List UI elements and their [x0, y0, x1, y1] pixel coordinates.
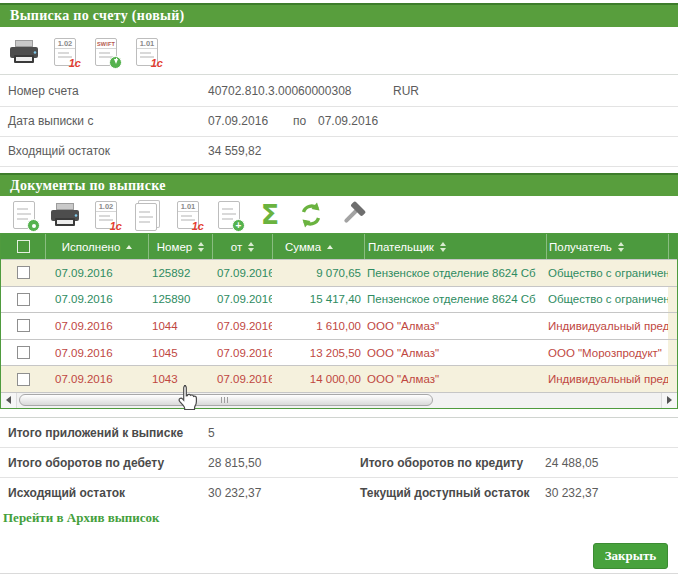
- cell-payer: Пензенское отделение 8624 Сб: [364, 287, 546, 313]
- attachments-total-value: 5: [208, 426, 215, 440]
- refresh-icon: [297, 201, 325, 229]
- download-arrow-icon: [109, 56, 122, 69]
- cell-amount: 1 610,00: [272, 313, 364, 339]
- copy-documents-icon: [135, 203, 157, 231]
- table-row[interactable]: 07.09.2016 1044 07.09.2016 1 610,00 ООО …: [1, 312, 677, 339]
- closing-balance-value: 30 232,37: [208, 486, 261, 500]
- available-balance-label: Текущий доступный остаток: [360, 486, 530, 500]
- column-header-recipient[interactable]: Получатель: [546, 234, 668, 259]
- row-checkbox[interactable]: [17, 319, 30, 332]
- credit-turnover-label: Итого оборотов по кредиту: [360, 456, 523, 470]
- right-arrow-icon: [667, 396, 672, 404]
- row-checkbox[interactable]: [17, 373, 30, 386]
- cell-recipient: Общество с ограниченной: [546, 287, 668, 313]
- doc-1c-tag: 1c: [151, 57, 163, 69]
- column-header-amount[interactable]: Сумма: [272, 234, 364, 259]
- export-1c-102-button[interactable]: 1.02 1c: [50, 36, 80, 68]
- statement-toolbar: 1.02 1c SWIFT 1.01 1c: [0, 29, 678, 75]
- table-row[interactable]: 07.09.2016 1045 07.09.2016 13 205,50 ООО…: [1, 339, 677, 366]
- debit-turnover-value: 28 815,50: [208, 456, 261, 470]
- cell-date: 07.09.2016: [212, 260, 272, 286]
- date-to-label: по: [293, 114, 306, 128]
- export-swift-button[interactable]: SWIFT: [91, 36, 121, 68]
- cell-number: 1045: [148, 340, 212, 366]
- attachments-total-row: Итого приложений к выписке 5: [0, 418, 678, 448]
- table-row[interactable]: 07.09.2016 125892 07.09.2016 9 070,65 Пе…: [1, 259, 677, 286]
- scroll-left-button[interactable]: [1, 393, 17, 408]
- panel-title-documents: Документы по выписке: [0, 173, 678, 196]
- print-documents-button[interactable]: [50, 199, 80, 231]
- horizontal-scrollbar[interactable]: [1, 392, 677, 408]
- export-1c-101-button[interactable]: 1.01 1c: [132, 36, 162, 68]
- row-checkbox[interactable]: [17, 346, 30, 359]
- document-1c-102-icon: 1.02 1c: [95, 201, 117, 229]
- print-button[interactable]: [9, 36, 39, 68]
- close-button[interactable]: Закрыть: [593, 543, 668, 569]
- row-checkbox[interactable]: [17, 266, 30, 279]
- table-row[interactable]: 07.09.2016 125890 07.09.2016 15 417,40 П…: [1, 286, 677, 313]
- opening-balance-row: Входящий остаток 34 559,82: [0, 137, 678, 167]
- scrollbar-thumb[interactable]: [19, 394, 433, 406]
- cell-recipient: Индивидуальный предпри: [546, 366, 668, 392]
- doc-1c-tag: 1c: [69, 57, 81, 69]
- add-document-button[interactable]: +: [214, 199, 244, 231]
- add-document-icon: +: [218, 201, 240, 229]
- archive-link[interactable]: Перейти в Архив выписок: [3, 510, 160, 526]
- cell-executed: 07.09.2016: [45, 366, 148, 392]
- select-all-checkbox[interactable]: [17, 240, 30, 253]
- export-1c-101-button[interactable]: 1.01 1c: [173, 199, 203, 231]
- cell-executed: 07.09.2016: [45, 340, 148, 366]
- eye-icon: [27, 219, 40, 232]
- sort-both-icon: [248, 242, 254, 252]
- column-header-payer[interactable]: Плательщик: [364, 234, 546, 259]
- column-header-number[interactable]: Номер: [148, 234, 212, 259]
- cell-date: 07.09.2016: [212, 340, 272, 366]
- tools-button[interactable]: [337, 199, 367, 231]
- cell-recipient: Общество с ограниченной: [546, 260, 668, 286]
- view-document-button[interactable]: [9, 199, 39, 231]
- column-header-executed[interactable]: Исполнено: [45, 234, 148, 259]
- bottom-divider: [0, 573, 678, 574]
- export-1c-102-button[interactable]: 1.02 1c: [91, 199, 121, 231]
- cell-executed: 07.09.2016: [45, 287, 148, 313]
- cell-payer: ООО "Алмаз": [364, 340, 546, 366]
- sort-both-icon: [440, 242, 446, 252]
- scroll-right-button[interactable]: [661, 393, 677, 408]
- sigma-icon: Σ: [261, 201, 279, 229]
- doc-1c-tag: 1c: [110, 220, 122, 232]
- cell-amount: 13 205,50: [272, 340, 364, 366]
- sort-both-icon: [198, 242, 204, 252]
- cell-date: 07.09.2016: [212, 313, 272, 339]
- cell-executed: 07.09.2016: [45, 313, 148, 339]
- panel-title-statement: Выписка по счету (новый): [0, 3, 678, 27]
- column-header-from[interactable]: от: [212, 234, 272, 259]
- date-to-value: 07.09.2016: [318, 114, 378, 128]
- document-1c-101-icon: 1.01 1c: [177, 201, 199, 229]
- opening-balance-value: 34 559,82: [208, 144, 261, 158]
- doc-badge: 1.02: [55, 39, 75, 49]
- left-arrow-icon: [6, 396, 11, 404]
- statement-window: Выписка по счету (новый) 1.02 1c SWIFT: [0, 0, 678, 576]
- row-checkbox[interactable]: [17, 293, 30, 306]
- sum-button[interactable]: Σ: [255, 199, 285, 231]
- currency-value: RUR: [393, 84, 419, 98]
- document-swift-icon: SWIFT: [95, 38, 117, 66]
- copy-documents-button[interactable]: [132, 199, 162, 231]
- documents-toolbar: 1.02 1c 1.01 1c + Σ: [0, 197, 678, 233]
- account-number-value: 40702.810.3.00060000308: [208, 84, 351, 98]
- document-1c-102-icon: 1.02 1c: [54, 38, 76, 66]
- printer-icon: [9, 39, 39, 65]
- refresh-button[interactable]: [296, 199, 326, 231]
- table-row[interactable]: 07.09.2016 1043 07.09.2016 14 000,00 ООО…: [1, 365, 677, 392]
- printer-icon: [50, 202, 80, 228]
- date-from-value: 07.09.2016: [208, 114, 268, 128]
- cell-amount: 9 070,65: [272, 260, 364, 286]
- cell-payer: ООО "Алмаз": [364, 366, 546, 392]
- opening-balance-label: Входящий остаток: [8, 144, 110, 158]
- debit-turnover-label: Итого оборотов по дебету: [8, 456, 164, 470]
- cell-payer: ООО "Алмаз": [364, 313, 546, 339]
- cell-number: 125890: [148, 287, 212, 313]
- doc-badge: 1.01: [137, 39, 157, 49]
- scrollbar-grip-icon: [221, 397, 228, 403]
- doc-1c-tag: 1c: [192, 220, 204, 232]
